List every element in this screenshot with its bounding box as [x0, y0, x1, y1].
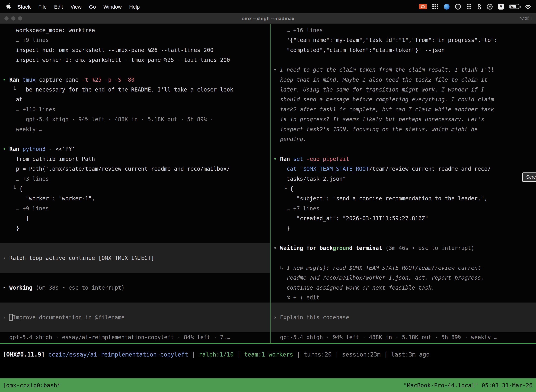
terminal-text: |: [293, 351, 304, 358]
menu-item-edit[interactable]: Edit: [50, 4, 67, 9]
close-button[interactable]: [5, 16, 9, 20]
terminal-text: readme-and-reco/mailbox/worker-1.json, a…: [273, 275, 484, 281]
right-pane[interactable]: … +16 lines '{"team_name":"my-team","tas…: [271, 24, 536, 343]
terminal-text: ›: [273, 314, 280, 321]
terminal-text: "subject": "send a concise recommendatio…: [273, 195, 488, 202]
terminal-text: "worker": "worker-1",: [3, 195, 95, 202]
battery-percent-label: 61: [510, 5, 515, 8]
screen: Slack File Edit View Go Window Help A: [0, 0, 536, 392]
terminal-text: └: [3, 86, 26, 93]
terminal-text: p = Path('.omx/state/team/review-current…: [3, 166, 230, 172]
terminal-text: team:1 workers: [244, 351, 293, 358]
terminal-block: gpt-5.4 xhigh · 94% left · 488K in · 5.1…: [273, 332, 536, 342]
wifi-icon[interactable]: [525, 4, 531, 9]
terminal-line: gpt-5.4 xhigh · 94% left · 488K in · 5.1…: [3, 114, 270, 124]
menu-bar-status-icons: A 61: [419, 4, 531, 9]
terminal-line: [3, 243, 270, 253]
terminal-line: └ be necessary for the end of the README…: [3, 85, 270, 94]
terminal: workspace_mode: worktree … +9 lines insp…: [0, 24, 536, 343]
terminal-line: [3, 322, 270, 332]
menu-item-go[interactable]: Go: [85, 4, 100, 9]
prompt-band: › Explain this codebase: [271, 303, 536, 332]
dark-circle-icon[interactable]: [455, 4, 461, 9]
terminal-text: cczip/essay/ai-reimplementation-copyleft: [48, 351, 188, 358]
terminal-line: weekly …: [3, 124, 270, 134]
terminal-text: Ran: [9, 146, 23, 152]
terminal-text: ": [300, 166, 303, 172]
key-icon[interactable]: [477, 4, 481, 9]
terminal-text: -t %25 -p -S -80: [82, 77, 134, 83]
blue-app-icon[interactable]: [444, 4, 450, 9]
terminal-line: pending.: [273, 134, 536, 144]
left-pane[interactable]: workspace_mode: worktree … +9 lines insp…: [0, 24, 270, 343]
screen-recording-indicator-icon[interactable]: [419, 4, 427, 9]
menu-app-name[interactable]: Slack: [14, 4, 35, 9]
terminal-line: … +3 lines: [3, 174, 270, 184]
grid-icon[interactable]: [432, 4, 438, 9]
window-controls: [0, 16, 22, 20]
terminal-text: |: [188, 351, 199, 358]
terminal-line: is in progress? It seems likely but perh…: [273, 114, 536, 124]
terminal-text: ⌥ + ↑ edit: [273, 294, 320, 301]
terminal-text: … +7 lines: [273, 205, 320, 212]
apple-menu[interactable]: [6, 3, 11, 10]
terminal-line: [273, 253, 536, 263]
terminal-text: Waiting for back: [280, 245, 333, 251]
terminal-line: "worker": "worker-1",: [3, 194, 270, 203]
terminal-text: task2 after task1 is complete, but can I…: [273, 106, 494, 113]
terminal-line: [3, 134, 270, 144]
omx-status-line: [OMX#0.11.9] cczip/essay/ai-reimplementa…: [0, 344, 536, 378]
tmux-session-label: [omx-cczip0:bash*: [3, 382, 61, 388]
menu-item-file[interactable]: File: [35, 4, 50, 9]
terminal-line: [273, 144, 536, 154]
terminal-line: └ {: [3, 184, 270, 194]
terminal-text: groun: [333, 245, 349, 251]
terminal-text: $OMX_TEAM_STATE_ROOT: [303, 166, 369, 172]
terminal-text: set: [293, 156, 306, 162]
terminal-line: "completed","claim_token":"claim-token"}…: [273, 45, 536, 55]
terminal-text: └: [3, 186, 19, 192]
circle-app-icon[interactable]: [487, 4, 493, 9]
terminal-line: ⌥ + ↑ edit: [273, 293, 536, 303]
menu-item-window[interactable]: Window: [100, 4, 125, 9]
terminal-line: [3, 233, 270, 243]
terminal-text: … +9 lines: [3, 37, 49, 43]
terminal-text: ralph:1/10: [199, 351, 234, 358]
apple-logo-icon: [6, 3, 11, 10]
terminal-text: Explain this codebase: [280, 314, 349, 321]
terminal-text: pending.: [273, 136, 306, 142]
terminal-line: … +110 lines: [3, 104, 270, 114]
terminal-block: [OMX#0.11.9] cczip/essay/ai-reimplementa…: [3, 349, 536, 360]
terminal-text: ↳: [273, 265, 287, 271]
terminal-text: }: [273, 225, 290, 232]
terminal-text: … +16 lines: [273, 27, 323, 33]
input-source-icon[interactable]: A: [498, 4, 504, 9]
menu-bar: Slack File Edit View Go Window Help A: [0, 0, 536, 13]
terminal-line: readme-and-reco/mailbox/worker-1.json, a…: [273, 273, 536, 283]
terminal-text: Ran: [9, 77, 23, 83]
terminal-text: -euo pipefail: [306, 156, 349, 162]
menu-item-view[interactable]: View: [67, 4, 85, 9]
menu-bar-left: Slack File Edit View Go Window Help: [6, 3, 144, 10]
terminal-line: • Ran python3 - <<'PY': [3, 144, 270, 154]
terminal-text: Improve documentation in @filename: [13, 314, 125, 321]
terminal-text: I need to get the claim token from the c…: [280, 67, 494, 73]
battery-icon[interactable]: 61: [509, 4, 519, 9]
window-title: omx --xhigh --madmax: [0, 15, 536, 21]
terminal-block: workspace_mode: worktree … +9 lines insp…: [3, 25, 270, 243]
window-title-bar[interactable]: omx --xhigh --madmax ⌥⌘1: [0, 13, 536, 24]
zoom-button[interactable]: [18, 16, 22, 20]
terminal-line: later. Using the same for transition mig…: [273, 85, 536, 94]
menu-item-help[interactable]: Help: [125, 4, 144, 9]
terminal-line: workspace_mode: worktree: [3, 25, 270, 35]
dots-grid-icon[interactable]: [466, 4, 472, 9]
terminal-text: •: [3, 285, 9, 291]
terminal-line: › Ralph loop active continue [OMX_TMUX_I…: [3, 253, 270, 263]
minimize-button[interactable]: [11, 16, 15, 20]
terminal-text: last:3m ago: [391, 351, 430, 358]
terminal-line: at: [3, 95, 270, 104]
terminal-line: [3, 263, 270, 273]
terminal-line: [3, 303, 270, 313]
terminal-text: •: [3, 77, 9, 83]
terminal-line: gpt-5.4 xhigh · essay/ai-reimplementatio…: [3, 332, 270, 342]
